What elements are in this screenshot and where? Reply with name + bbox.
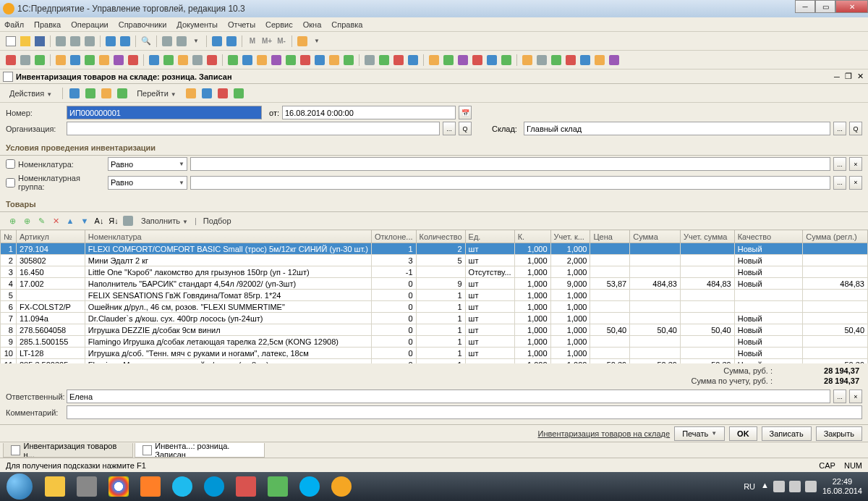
warehouse-open-icon[interactable]: Q — [849, 122, 862, 135]
fill-button[interactable]: Заполнить ▼ — [136, 214, 193, 227]
tb2-3[interactable] — [33, 54, 46, 67]
table-row[interactable]: 1279.104FLEXI COMFORT/COMFORT BASIC Smal… — [1, 243, 868, 255]
close-doc-button[interactable]: Закрыть — [816, 426, 862, 441]
resp-clear-icon[interactable]: × — [849, 390, 862, 403]
table-row[interactable]: 9285.1.500155Flamingo Игрушка д/собак ле… — [1, 336, 868, 348]
tb2-32[interactable] — [485, 54, 498, 67]
calendar-icon[interactable] — [175, 35, 188, 48]
tb2-6[interactable] — [83, 54, 96, 67]
tb2-21[interactable] — [313, 54, 326, 67]
dt-8[interactable] — [232, 87, 245, 100]
help-icon[interactable] — [296, 35, 309, 48]
redo-icon[interactable] — [119, 35, 132, 48]
dt-3[interactable] — [100, 87, 113, 100]
column-header[interactable]: Сумма — [630, 230, 681, 243]
tb2-20[interactable] — [299, 54, 312, 67]
task-1c[interactable] — [327, 473, 356, 500]
find-icon[interactable]: 🔍 — [140, 35, 153, 48]
task-hp[interactable] — [200, 473, 229, 500]
edit-row-icon[interactable]: ✎ — [35, 214, 48, 227]
tray-flag-icon[interactable] — [773, 481, 785, 492]
menu-reports[interactable]: Отчеты — [228, 20, 255, 29]
dt-5[interactable] — [184, 87, 197, 100]
new-icon[interactable] — [4, 35, 17, 48]
nomenclature-group-value-input[interactable] — [190, 176, 830, 190]
tb2-16[interactable] — [241, 54, 254, 67]
task-ie[interactable] — [168, 473, 197, 500]
tray-volume-icon[interactable] — [805, 481, 817, 492]
nomenclature-value-input[interactable] — [190, 157, 830, 171]
add-row-icon[interactable]: ⊕ — [6, 214, 19, 227]
column-header[interactable]: Количество — [416, 230, 465, 243]
column-header[interactable]: Учет. к... — [550, 230, 590, 243]
about-icon[interactable]: ▼ — [310, 35, 323, 48]
delete-row-icon[interactable]: ✕ — [49, 214, 62, 227]
open-icon[interactable] — [19, 35, 32, 48]
dt-6[interactable] — [200, 87, 213, 100]
tb2-26[interactable] — [392, 54, 405, 67]
goto-button[interactable]: Перейти ▼ — [132, 87, 182, 100]
tb2-11[interactable] — [162, 54, 175, 67]
tb2-27[interactable] — [407, 54, 420, 67]
table-row[interactable]: 5FELIX SENSATIONS ГвЖ Говядина/Томат 85г… — [1, 290, 868, 301]
menu-documents[interactable]: Документы — [176, 20, 218, 29]
paste-icon[interactable] — [83, 35, 96, 48]
m-plus-icon[interactable]: M+ — [260, 35, 273, 48]
column-header[interactable]: К. — [514, 230, 550, 243]
column-header[interactable]: Отклоне... — [371, 230, 416, 243]
tb2-36[interactable] — [550, 54, 563, 67]
tb2-17[interactable] — [255, 54, 268, 67]
minimize-button[interactable]: ─ — [795, 0, 815, 13]
tb2-1[interactable] — [4, 54, 17, 67]
responsible-input[interactable] — [67, 390, 830, 403]
warehouse-input[interactable] — [524, 122, 830, 135]
menu-file[interactable]: Файл — [4, 20, 24, 29]
table-row[interactable]: 10LT-128Игрушка д/соб. "Тенн. мяч с рука… — [1, 348, 868, 359]
select-button[interactable]: Подбор — [198, 214, 237, 227]
column-header[interactable]: № — [1, 230, 17, 243]
m-minus-icon[interactable]: M- — [275, 35, 288, 48]
tb2-35[interactable] — [535, 54, 548, 67]
task-app1[interactable] — [231, 473, 260, 500]
tb2-10[interactable] — [148, 54, 161, 67]
warehouse-select-icon[interactable]: ... — [833, 122, 846, 135]
table-row[interactable]: 711.094аDr.Clauder`s д/кош. сух. 400гр л… — [1, 313, 868, 324]
comment-input[interactable] — [67, 405, 862, 419]
tb2-28[interactable] — [427, 54, 441, 67]
tb2-24[interactable] — [363, 54, 376, 67]
nomenclature-group-condition-combo[interactable]: Равно▼ — [108, 176, 187, 190]
bottom-tab-2[interactable]: Инвента...: розница. Записан — [135, 443, 265, 458]
tray-arrow-icon[interactable]: ▲ — [761, 481, 769, 492]
column-header[interactable]: Номенклатура — [85, 230, 371, 243]
task-calc[interactable] — [72, 473, 101, 500]
dt-7[interactable] — [216, 87, 229, 100]
move-up-icon[interactable]: ▲ — [64, 214, 77, 227]
calendar-picker-icon[interactable]: 📅 — [459, 106, 472, 119]
actions-button[interactable]: Действия ▼ — [4, 87, 57, 100]
tb2-37[interactable] — [564, 54, 577, 67]
list-icon[interactable] — [122, 214, 135, 227]
tb2-22[interactable] — [328, 54, 341, 67]
column-header[interactable]: Сумма (регл.) — [803, 230, 868, 243]
back-icon[interactable] — [210, 35, 224, 48]
task-skype[interactable] — [295, 473, 324, 500]
tb2-39[interactable] — [593, 54, 606, 67]
dt-4[interactable] — [116, 87, 129, 100]
tb2-5[interactable] — [69, 54, 82, 67]
tb2-38[interactable] — [579, 54, 592, 67]
tb2-23[interactable] — [342, 54, 355, 67]
task-chrome[interactable] — [104, 473, 133, 500]
menu-service[interactable]: Сервис — [265, 20, 293, 29]
m-icon[interactable]: M — [246, 35, 259, 48]
menu-windows[interactable]: Окна — [303, 20, 322, 29]
tb2-30[interactable] — [456, 54, 469, 67]
undo-icon[interactable] — [104, 35, 117, 48]
nomenclature-group-checkbox[interactable] — [6, 178, 15, 188]
save-button[interactable]: Записать — [762, 426, 812, 441]
tb2-8[interactable] — [112, 54, 125, 67]
number-input[interactable] — [67, 106, 262, 119]
tb2-14[interactable] — [205, 54, 218, 67]
tb2-4[interactable] — [54, 54, 67, 67]
bottom-tab-1[interactable]: Инвентаризация товаров н... — [3, 443, 133, 458]
ok-button[interactable]: OK — [729, 426, 757, 441]
